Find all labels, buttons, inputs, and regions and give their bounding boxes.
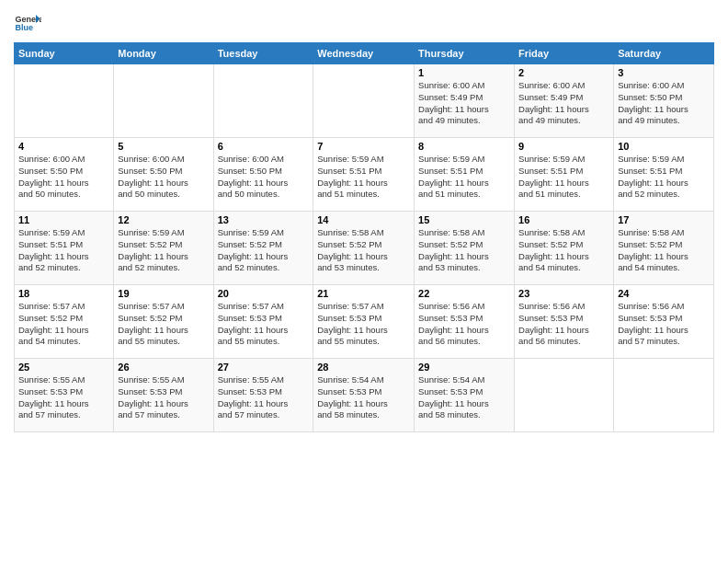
- calendar-cell: 3Sunrise: 6:00 AM Sunset: 5:50 PM Daylig…: [614, 64, 714, 138]
- calendar-cell: 13Sunrise: 5:59 AM Sunset: 5:52 PM Dayli…: [213, 212, 313, 285]
- day-number: 17: [618, 214, 710, 225]
- calendar-cell: 1Sunrise: 6:00 AM Sunset: 5:49 PM Daylig…: [415, 64, 515, 138]
- calendar-cell: 24Sunrise: 5:56 AM Sunset: 5:53 PM Dayli…: [614, 285, 714, 359]
- day-number: 7: [317, 141, 410, 152]
- day-info: Sunrise: 5:55 AM Sunset: 5:53 PM Dayligh…: [18, 374, 109, 421]
- day-info: Sunrise: 5:58 AM Sunset: 5:52 PM Dayligh…: [418, 227, 510, 274]
- day-number: 21: [317, 288, 410, 299]
- calendar-cell: 6Sunrise: 6:00 AM Sunset: 5:50 PM Daylig…: [213, 138, 313, 212]
- col-header-tuesday: Tuesday: [213, 43, 313, 64]
- day-number: 26: [118, 362, 209, 373]
- day-number: 19: [118, 288, 209, 299]
- day-number: 29: [418, 362, 510, 373]
- day-info: Sunrise: 5:56 AM Sunset: 5:53 PM Dayligh…: [618, 301, 710, 348]
- col-header-wednesday: Wednesday: [313, 43, 415, 64]
- calendar-cell: 18Sunrise: 5:57 AM Sunset: 5:52 PM Dayli…: [15, 285, 114, 359]
- day-number: 5: [118, 141, 209, 152]
- col-header-friday: Friday: [515, 43, 614, 64]
- calendar-cell: [213, 64, 313, 138]
- logo-icon: General Blue: [14, 9, 41, 37]
- calendar-cell: 9Sunrise: 5:59 AM Sunset: 5:51 PM Daylig…: [515, 138, 614, 212]
- calendar-cell: 15Sunrise: 5:58 AM Sunset: 5:52 PM Dayli…: [415, 212, 515, 285]
- calendar-cell: 12Sunrise: 5:59 AM Sunset: 5:52 PM Dayli…: [114, 212, 213, 285]
- day-info: Sunrise: 5:57 AM Sunset: 5:52 PM Dayligh…: [118, 301, 209, 348]
- day-info: Sunrise: 6:00 AM Sunset: 5:49 PM Dayligh…: [418, 80, 510, 127]
- day-info: Sunrise: 5:59 AM Sunset: 5:51 PM Dayligh…: [518, 154, 609, 201]
- calendar-cell: 10Sunrise: 5:59 AM Sunset: 5:51 PM Dayli…: [614, 138, 714, 212]
- day-info: Sunrise: 5:59 AM Sunset: 5:52 PM Dayligh…: [118, 227, 209, 274]
- calendar-table: SundayMondayTuesdayWednesdayThursdayFrid…: [14, 42, 714, 432]
- day-info: Sunrise: 5:57 AM Sunset: 5:53 PM Dayligh…: [317, 301, 410, 348]
- day-number: 28: [317, 362, 410, 373]
- day-number: 10: [618, 141, 710, 152]
- calendar-cell: 5Sunrise: 6:00 AM Sunset: 5:50 PM Daylig…: [114, 138, 213, 212]
- col-header-monday: Monday: [114, 43, 213, 64]
- calendar-cell: [515, 359, 614, 432]
- col-header-thursday: Thursday: [415, 43, 515, 64]
- day-info: Sunrise: 6:00 AM Sunset: 5:50 PM Dayligh…: [218, 154, 310, 201]
- day-info: Sunrise: 6:00 AM Sunset: 5:50 PM Dayligh…: [618, 80, 710, 127]
- day-info: Sunrise: 6:00 AM Sunset: 5:50 PM Dayligh…: [118, 154, 209, 201]
- day-info: Sunrise: 5:58 AM Sunset: 5:52 PM Dayligh…: [518, 227, 609, 274]
- day-info: Sunrise: 5:57 AM Sunset: 5:52 PM Dayligh…: [18, 301, 109, 348]
- day-number: 23: [518, 288, 609, 299]
- calendar-cell: 17Sunrise: 5:58 AM Sunset: 5:52 PM Dayli…: [614, 212, 714, 285]
- calendar-cell: 25Sunrise: 5:55 AM Sunset: 5:53 PM Dayli…: [15, 359, 114, 432]
- day-number: 9: [518, 141, 609, 152]
- calendar-cell: [114, 64, 213, 138]
- calendar-cell: [614, 359, 714, 432]
- col-header-sunday: Sunday: [15, 43, 114, 64]
- calendar-cell: [15, 64, 114, 138]
- calendar-cell: 27Sunrise: 5:55 AM Sunset: 5:53 PM Dayli…: [213, 359, 313, 432]
- day-info: Sunrise: 6:00 AM Sunset: 5:50 PM Dayligh…: [18, 154, 109, 201]
- day-info: Sunrise: 5:55 AM Sunset: 5:53 PM Dayligh…: [118, 374, 209, 421]
- day-info: Sunrise: 5:55 AM Sunset: 5:53 PM Dayligh…: [218, 374, 310, 421]
- calendar-cell: 23Sunrise: 5:56 AM Sunset: 5:53 PM Dayli…: [515, 285, 614, 359]
- day-number: 11: [18, 214, 109, 225]
- day-number: 16: [518, 214, 609, 225]
- day-info: Sunrise: 5:56 AM Sunset: 5:53 PM Dayligh…: [518, 301, 609, 348]
- day-info: Sunrise: 5:54 AM Sunset: 5:53 PM Dayligh…: [418, 374, 510, 421]
- day-number: 13: [218, 214, 310, 225]
- calendar-cell: 7Sunrise: 5:59 AM Sunset: 5:51 PM Daylig…: [313, 138, 415, 212]
- calendar-cell: 16Sunrise: 5:58 AM Sunset: 5:52 PM Dayli…: [515, 212, 614, 285]
- calendar-cell: 4Sunrise: 6:00 AM Sunset: 5:50 PM Daylig…: [15, 138, 114, 212]
- day-info: Sunrise: 5:58 AM Sunset: 5:52 PM Dayligh…: [317, 227, 410, 274]
- day-number: 8: [418, 141, 510, 152]
- svg-text:Blue: Blue: [16, 23, 34, 32]
- calendar-cell: 14Sunrise: 5:58 AM Sunset: 5:52 PM Dayli…: [313, 212, 415, 285]
- day-number: 15: [418, 214, 510, 225]
- day-info: Sunrise: 5:59 AM Sunset: 5:51 PM Dayligh…: [18, 227, 109, 274]
- col-header-saturday: Saturday: [614, 43, 714, 64]
- day-info: Sunrise: 5:59 AM Sunset: 5:51 PM Dayligh…: [618, 154, 710, 201]
- day-number: 14: [317, 214, 410, 225]
- calendar-cell: 28Sunrise: 5:54 AM Sunset: 5:53 PM Dayli…: [313, 359, 415, 432]
- day-number: 6: [218, 141, 310, 152]
- day-number: 4: [18, 141, 109, 152]
- calendar-cell: 11Sunrise: 5:59 AM Sunset: 5:51 PM Dayli…: [15, 212, 114, 285]
- day-info: Sunrise: 5:59 AM Sunset: 5:51 PM Dayligh…: [418, 154, 510, 201]
- day-info: Sunrise: 5:56 AM Sunset: 5:53 PM Dayligh…: [418, 301, 510, 348]
- calendar-cell: 20Sunrise: 5:57 AM Sunset: 5:53 PM Dayli…: [213, 285, 313, 359]
- day-number: 1: [418, 67, 510, 78]
- calendar-cell: 19Sunrise: 5:57 AM Sunset: 5:52 PM Dayli…: [114, 285, 213, 359]
- day-info: Sunrise: 5:59 AM Sunset: 5:51 PM Dayligh…: [317, 154, 410, 201]
- day-number: 22: [418, 288, 510, 299]
- day-number: 18: [18, 288, 109, 299]
- logo: General Blue: [14, 9, 41, 37]
- calendar-cell: 21Sunrise: 5:57 AM Sunset: 5:53 PM Dayli…: [313, 285, 415, 359]
- day-info: Sunrise: 5:59 AM Sunset: 5:52 PM Dayligh…: [218, 227, 310, 274]
- calendar-cell: 22Sunrise: 5:56 AM Sunset: 5:53 PM Dayli…: [415, 285, 515, 359]
- day-number: 27: [218, 362, 310, 373]
- day-info: Sunrise: 5:57 AM Sunset: 5:53 PM Dayligh…: [218, 301, 310, 348]
- calendar-cell: 26Sunrise: 5:55 AM Sunset: 5:53 PM Dayli…: [114, 359, 213, 432]
- day-number: 12: [118, 214, 209, 225]
- day-number: 20: [218, 288, 310, 299]
- calendar-cell: [313, 64, 415, 138]
- calendar-cell: 2Sunrise: 6:00 AM Sunset: 5:49 PM Daylig…: [515, 64, 614, 138]
- day-info: Sunrise: 5:54 AM Sunset: 5:53 PM Dayligh…: [317, 374, 410, 421]
- day-info: Sunrise: 5:58 AM Sunset: 5:52 PM Dayligh…: [618, 227, 710, 274]
- calendar-cell: 8Sunrise: 5:59 AM Sunset: 5:51 PM Daylig…: [415, 138, 515, 212]
- day-number: 25: [18, 362, 109, 373]
- day-number: 2: [518, 67, 609, 78]
